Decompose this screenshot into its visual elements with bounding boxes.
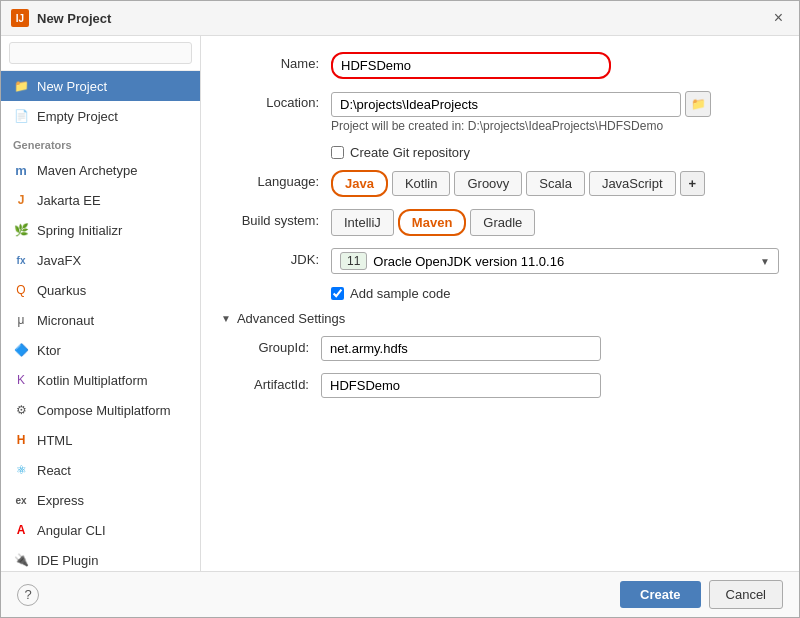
sidebar-item-micronaut[interactable]: μ Micronaut [1, 305, 200, 335]
advanced-settings-content: GroupId: ArtifactId: [231, 336, 779, 398]
lang-scala-button[interactable]: Scala [526, 171, 585, 196]
git-checkbox[interactable] [331, 146, 344, 159]
advanced-settings-toggle[interactable]: ▼ Advanced Settings [221, 311, 779, 326]
location-input[interactable] [331, 92, 681, 117]
sidebar-item-angular-label: Angular CLI [37, 523, 106, 538]
sidebar-item-express[interactable]: ex Express [1, 485, 200, 515]
sidebar-item-html[interactable]: H HTML [1, 425, 200, 455]
sidebar-item-express-label: Express [37, 493, 84, 508]
javafx-icon: fx [13, 252, 29, 268]
sidebar-item-angular[interactable]: A Angular CLI [1, 515, 200, 545]
jdk-row: JDK: 11 Oracle OpenJDK version 11.0.16 ▼ [221, 248, 779, 274]
jdk-text: Oracle OpenJDK version 11.0.16 [373, 254, 564, 269]
express-icon: ex [13, 492, 29, 508]
sidebar-item-ide-plugin[interactable]: 🔌 IDE Plugin [1, 545, 200, 571]
lang-javascript-button[interactable]: JavaScript [589, 171, 676, 196]
sidebar-item-new-project[interactable]: 📁 New Project [1, 71, 200, 101]
artifactid-input[interactable] [321, 373, 601, 398]
artifactid-row: ArtifactId: [231, 373, 779, 398]
add-language-button[interactable]: + [680, 171, 706, 196]
git-label: Create Git repository [350, 145, 470, 160]
compose-icon: ⚙ [13, 402, 29, 418]
language-group: Java Kotlin Groovy Scala JavaScript + [331, 170, 779, 197]
dialog-title: New Project [37, 11, 111, 26]
sidebar-item-javafx-label: JavaFX [37, 253, 81, 268]
sidebar-item-maven-label: Maven Archetype [37, 163, 137, 178]
jdk-label: JDK: [221, 248, 331, 267]
sidebar-item-spring[interactable]: 🌿 Spring Initializr [1, 215, 200, 245]
react-icon: ⚛ [13, 462, 29, 478]
title-bar: IJ New Project × [1, 1, 799, 36]
new-project-icon: 📁 [13, 78, 29, 94]
help-button[interactable]: ? [17, 584, 39, 606]
empty-project-icon: 📄 [13, 108, 29, 124]
advanced-settings-label: Advanced Settings [237, 311, 345, 326]
sidebar-item-kotlin-multiplatform[interactable]: K Kotlin Multiplatform [1, 365, 200, 395]
sidebar-item-kotlin-label: Kotlin Multiplatform [37, 373, 148, 388]
build-gradle-button[interactable]: Gradle [470, 209, 535, 236]
language-row: Language: Java Kotlin Groovy Scala JavaS… [221, 170, 779, 197]
location-hint: Project will be created in: D:\projects\… [331, 119, 779, 133]
ktor-icon: 🔷 [13, 342, 29, 358]
groupid-input[interactable] [321, 336, 601, 361]
jdk-select[interactable]: 11 Oracle OpenJDK version 11.0.16 ▼ [331, 248, 779, 274]
location-row: Location: 📁 Project will be created in: … [221, 91, 779, 133]
sidebar-item-jakarta-ee[interactable]: J Jakarta EE [1, 185, 200, 215]
lang-kotlin-button[interactable]: Kotlin [392, 171, 451, 196]
sidebar-search-input[interactable] [9, 42, 192, 64]
location-label: Location: [221, 91, 331, 110]
title-bar-left: IJ New Project [11, 9, 111, 27]
sidebar-item-maven-archetype[interactable]: m Maven Archetype [1, 155, 200, 185]
sample-code-checkbox[interactable] [331, 287, 344, 300]
cancel-button[interactable]: Cancel [709, 580, 783, 609]
sidebar-item-quarkus[interactable]: Q Quarkus [1, 275, 200, 305]
micronaut-icon: μ [13, 312, 29, 328]
kotlin-icon: K [13, 372, 29, 388]
new-project-dialog: IJ New Project × 📁 New Project 📄 Empty P… [0, 0, 800, 618]
sidebar-item-empty-project[interactable]: 📄 Empty Project [1, 101, 200, 131]
angular-icon: A [13, 522, 29, 538]
sidebar-item-spring-label: Spring Initializr [37, 223, 122, 238]
lang-java-button[interactable]: Java [331, 170, 388, 197]
build-intellij-button[interactable]: IntelliJ [331, 209, 394, 236]
generators-label: Generators [1, 131, 200, 155]
sidebar-item-compose[interactable]: ⚙ Compose Multiplatform [1, 395, 200, 425]
language-control: Java Kotlin Groovy Scala JavaScript + [331, 170, 779, 197]
sidebar-item-empty-project-label: Empty Project [37, 109, 118, 124]
sidebar-item-compose-label: Compose Multiplatform [37, 403, 171, 418]
sidebar-item-react[interactable]: ⚛ React [1, 455, 200, 485]
sample-code-label: Add sample code [350, 286, 450, 301]
build-maven-button[interactable]: Maven [398, 209, 466, 236]
spring-icon: 🌿 [13, 222, 29, 238]
browse-folder-button[interactable]: 📁 [685, 91, 711, 117]
sidebar-item-javafx[interactable]: fx JavaFX [1, 245, 200, 275]
quarkus-icon: Q [13, 282, 29, 298]
close-button[interactable]: × [768, 7, 789, 29]
location-input-row: 📁 [331, 91, 779, 117]
sidebar-item-jakarta-label: Jakarta EE [37, 193, 101, 208]
ide-plugin-icon: 🔌 [13, 552, 29, 568]
chevron-down-icon: ▼ [760, 256, 770, 267]
groupid-row: GroupId: [231, 336, 779, 361]
language-label: Language: [221, 170, 331, 189]
name-input-wrapper [331, 52, 779, 79]
name-label: Name: [221, 52, 331, 71]
build-system-label: Build system: [221, 209, 331, 228]
create-button[interactable]: Create [620, 581, 700, 608]
sidebar-item-quarkus-label: Quarkus [37, 283, 86, 298]
git-checkbox-row: Create Git repository [331, 145, 779, 160]
build-system-control: IntelliJ Maven Gradle [331, 209, 779, 236]
dialog-footer: ? Create Cancel [1, 571, 799, 617]
sidebar-item-ktor[interactable]: 🔷 Ktor [1, 335, 200, 365]
lang-groovy-button[interactable]: Groovy [454, 171, 522, 196]
artifactid-label: ArtifactId: [231, 373, 321, 392]
main-content: Name: Location: 📁 Project will be create… [201, 36, 799, 571]
html-icon: H [13, 432, 29, 448]
build-system-group: IntelliJ Maven Gradle [331, 209, 779, 236]
sidebar-item-ktor-label: Ktor [37, 343, 61, 358]
name-input[interactable] [331, 52, 611, 79]
maven-icon: m [13, 162, 29, 178]
groupid-label: GroupId: [231, 336, 321, 355]
name-row: Name: [221, 52, 779, 79]
dialog-body: 📁 New Project 📄 Empty Project Generators… [1, 36, 799, 571]
